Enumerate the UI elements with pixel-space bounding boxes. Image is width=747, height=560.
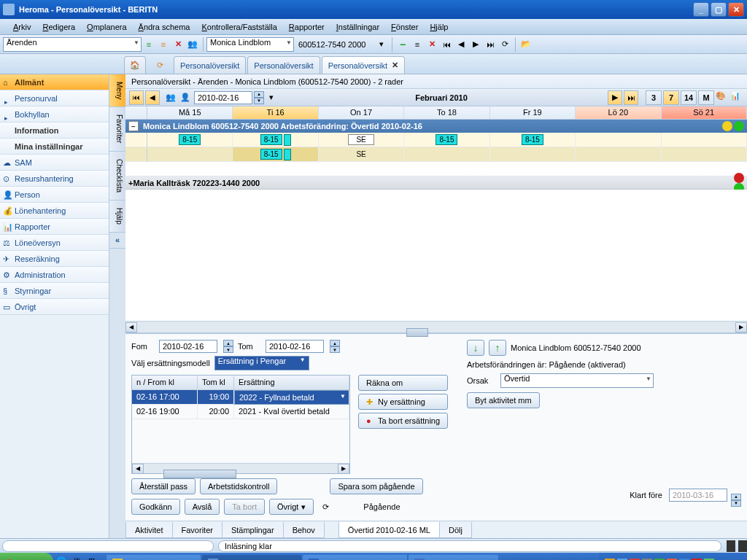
tom-spinner[interactable]: ▲▼ bbox=[330, 340, 340, 353]
cal-dropdown-icon[interactable]: ▾ bbox=[265, 91, 278, 104]
sidebar-item-styrningar[interactable]: §Styrningar bbox=[0, 283, 109, 299]
shift[interactable]: 8-15 bbox=[522, 134, 543, 145]
orsak-select[interactable]: Övertid bbox=[500, 373, 654, 388]
cal-prev-button[interactable]: ◀ bbox=[145, 90, 160, 105]
tab-1[interactable]: Personalöversikt bbox=[247, 56, 320, 74]
sidebar-item-ovrigt[interactable]: ▭Övrigt bbox=[0, 299, 109, 315]
last-icon[interactable]: ⏭ bbox=[484, 38, 497, 51]
shift[interactable]: 8-15 bbox=[179, 134, 201, 145]
minus-green-icon[interactable]: − bbox=[396, 38, 409, 51]
person-name-field[interactable]: Monica Lindblom bbox=[206, 37, 294, 52]
arenden-dropdown[interactable]: Ärenden bbox=[3, 37, 142, 52]
view-3-button[interactable]: 3 bbox=[646, 90, 662, 105]
menu-omplanera[interactable]: Omplanera bbox=[81, 23, 132, 31]
taskbar-item-2[interactable]: BERITN HLH_LP01 ... bbox=[303, 555, 407, 560]
taskbar-item-3[interactable]: 2 Microsoft Offic... bbox=[409, 555, 498, 560]
scroll-right-icon[interactable]: ▶ bbox=[735, 322, 747, 332]
menu-hjalp[interactable]: Hjälp bbox=[424, 23, 454, 31]
fom-spinner[interactable]: ▲▼ bbox=[223, 340, 233, 353]
shift-extra[interactable] bbox=[284, 134, 291, 146]
th-ers[interactable]: Ersättning bbox=[234, 376, 349, 389]
ta-bort-button[interactable]: Ta bort bbox=[224, 499, 265, 515]
home-tab[interactable]: 🏠 bbox=[124, 56, 146, 74]
godkann-button[interactable]: Godkänn bbox=[131, 499, 180, 515]
chart-icon[interactable]: 📊 bbox=[730, 91, 743, 104]
se-box[interactable]: SE bbox=[348, 134, 374, 145]
menu-kontrollera[interactable]: Kontrollera/Fastställa bbox=[196, 23, 282, 31]
menu-arkiv[interactable]: Arkiv bbox=[7, 23, 36, 31]
scroll-left-icon[interactable]: ◀ bbox=[125, 322, 137, 332]
sidebar-item-mina[interactable]: Mina inställningar bbox=[0, 139, 109, 155]
next-icon[interactable]: ▶ bbox=[469, 38, 482, 51]
date-spinner[interactable]: ▲▼ bbox=[254, 91, 264, 104]
maximize-button[interactable]: ▢ bbox=[711, 2, 727, 17]
horizontal-scrollbar[interactable]: ◀ ▶ bbox=[125, 321, 747, 332]
sidebar-item-information[interactable]: Information bbox=[0, 122, 109, 139]
menu-redigera[interactable]: Redigera bbox=[36, 23, 81, 31]
bptab-stamplingar[interactable]: Stämplingar bbox=[222, 522, 284, 538]
day-6[interactable]: Sö 21 bbox=[662, 106, 747, 119]
ql-ie-icon[interactable]: 🌐 bbox=[56, 556, 71, 560]
aterstall-button[interactable]: Återställ pass bbox=[131, 478, 196, 494]
day-1[interactable]: Ti 16 bbox=[233, 106, 318, 119]
table-row[interactable]: 02-16 19:00 20:00 2021 - Kval övertid be… bbox=[132, 405, 349, 419]
prev-icon[interactable]: ◀ bbox=[454, 38, 468, 51]
sidebar-item-allmant[interactable]: ⌂Allmänt bbox=[0, 74, 109, 90]
cal-people-icon[interactable]: 👥 bbox=[164, 91, 177, 104]
palette-icon[interactable]: 🎨 bbox=[716, 91, 729, 104]
tbl-scroll-left[interactable]: ◀ bbox=[132, 464, 144, 474]
byt-aktivitet-button[interactable]: Byt aktivitet mm bbox=[467, 392, 540, 408]
day-0[interactable]: Må 15 bbox=[147, 106, 233, 119]
up-arrow-button[interactable]: ↑ bbox=[489, 340, 506, 356]
open-icon[interactable]: 📂 bbox=[519, 38, 533, 51]
table-row[interactable]: 02-16 17:00 19:00 2022 - Fyllnad betald bbox=[132, 390, 349, 405]
shift[interactable]: 8-15 bbox=[436, 134, 457, 145]
th-tom[interactable]: Tom kl bbox=[198, 376, 234, 389]
menu-rapporter[interactable]: Rapporter bbox=[283, 23, 330, 31]
list-orange-icon[interactable]: ≡ bbox=[157, 38, 170, 51]
vtab-hjalp[interactable]: Hjälp bbox=[109, 201, 125, 233]
bptab-favoriter[interactable]: Favoriter bbox=[172, 522, 222, 538]
th-from[interactable]: n / From kl bbox=[132, 376, 198, 389]
vtab-favoriter[interactable]: Favoriter bbox=[109, 107, 125, 151]
fom-date-input[interactable]: 2010-02-16 bbox=[159, 340, 217, 353]
sidebar-item-rapporter[interactable]: 📊Rapporter bbox=[0, 219, 109, 235]
taskbar-item-0[interactable]: 2 Novell GroupWi... bbox=[107, 555, 201, 560]
ql-desktop-icon[interactable]: 🖥 bbox=[72, 556, 87, 560]
close-button[interactable]: ✕ bbox=[728, 2, 744, 17]
collapse-icon[interactable]: − bbox=[128, 121, 139, 131]
sidebar-item-bokhyllan[interactable]: Bokhyllan bbox=[0, 106, 109, 122]
menu-installningar[interactable]: Inställningar bbox=[330, 23, 385, 31]
taskbar-item-1[interactable]: Heroma - Personal... bbox=[202, 555, 301, 560]
klart-date-input[interactable]: 2010-03-16 bbox=[669, 489, 727, 502]
klart-spinner[interactable]: ▲▼ bbox=[731, 494, 741, 507]
day-5[interactable]: Lö 20 bbox=[576, 106, 661, 119]
down-arrow-button[interactable]: ↓ bbox=[467, 340, 484, 356]
shift[interactable]: 8-15 bbox=[260, 134, 282, 145]
model-select[interactable]: Ersättning i Pengar bbox=[214, 356, 309, 370]
refresh-tab-icon[interactable]: ⟳ bbox=[149, 56, 171, 74]
tab-close-icon[interactable]: ✕ bbox=[392, 61, 398, 70]
tbl-scroll-right[interactable]: ▶ bbox=[338, 464, 349, 474]
shift[interactable]: 8-15 bbox=[260, 149, 282, 160]
refresh-icon[interactable]: ⟳ bbox=[498, 38, 511, 51]
sidebar-item-sam[interactable]: ☁SAM bbox=[0, 155, 109, 171]
bptab-aktivitet[interactable]: Aktivitet bbox=[125, 522, 173, 538]
avsla-button[interactable]: Avslå bbox=[185, 499, 220, 515]
ovrigt-button[interactable]: Övrigt▾ bbox=[269, 499, 314, 515]
view-7-button[interactable]: 7 bbox=[663, 90, 679, 105]
people-icon[interactable]: 👥 bbox=[186, 38, 199, 51]
sidebar-item-lone[interactable]: 💰Lönehantering bbox=[0, 203, 109, 219]
cal-first-button[interactable]: ⏮ bbox=[129, 90, 144, 105]
ta-bort-ersattning-button[interactable]: ●Ta bort ersättning bbox=[358, 413, 448, 429]
scroll-thumb[interactable] bbox=[406, 328, 428, 337]
cal-last-button[interactable]: ⏭ bbox=[624, 90, 638, 105]
vtab-meny[interactable]: Meny bbox=[109, 74, 125, 107]
sidebar-item-loneoversyn[interactable]: ⚖Löneöversyn bbox=[0, 235, 109, 251]
arbetstid-button[interactable]: Arbetstidskontroll bbox=[200, 478, 277, 494]
bptab-dolj[interactable]: Dölj bbox=[439, 522, 472, 538]
person-row-2[interactable]: + Maria Kallträsk 720223-1440 2000 bbox=[125, 176, 747, 190]
cal-person-icon[interactable]: 👤 bbox=[179, 91, 192, 104]
person-row-1[interactable]: − Monica Lindblom 600512-7540 2000 Arbet… bbox=[125, 120, 747, 133]
menu-fonster[interactable]: Fönster bbox=[385, 23, 424, 31]
